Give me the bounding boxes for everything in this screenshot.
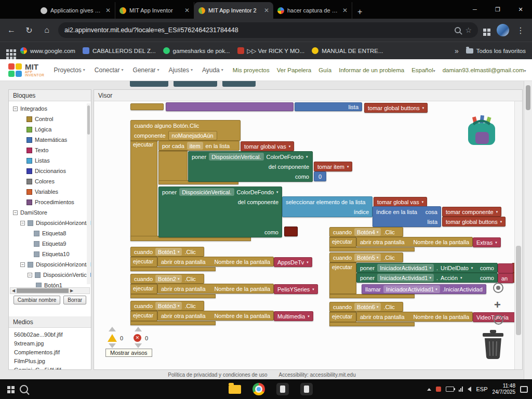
epic-games-icon[interactable] — [300, 383, 313, 395]
taskbar-clock[interactable]: 11:48 24/7/2025 — [493, 383, 516, 396]
dropdown-icon[interactable]: ▾ — [306, 155, 308, 158]
block-set-accion[interactable]: ponerIniciadorActividad1▾.Acción▾como — [356, 273, 498, 283]
block-number-zero[interactable]: 0 — [314, 171, 326, 181]
block-color-value[interactable] — [284, 227, 298, 236]
dropdown-icon[interactable]: ▾ — [429, 266, 431, 270]
block-segment[interactable]: ejecutar — [329, 262, 356, 294]
bookmarks-overflow-icon[interactable]: » — [455, 47, 459, 55]
browser-tab-active[interactable]: MIT App Inventor 2 ✕ — [194, 2, 273, 19]
scrollbar-thumb[interactable] — [526, 85, 530, 110]
component-dropdown[interactable]: Botón1▾ — [155, 248, 182, 256]
block-when-boton2-click[interactable]: cuandoBotón2▾.Clic — [130, 274, 204, 284]
tree-item-integrados[interactable]: −Integrados — [13, 103, 47, 114]
dropdown-icon[interactable]: ▾ — [422, 200, 424, 204]
app-inventor-logo[interactable]: MIT APP INVENTOR — [8, 63, 44, 77]
dropdown-icon[interactable]: ▾ — [308, 314, 310, 318]
tree-item-etiqueta10[interactable]: Etiqueta10 — [34, 249, 70, 259]
dropdown-icon[interactable]: ▾ — [312, 287, 314, 291]
volume-icon[interactable] — [468, 387, 471, 392]
tree-item-control[interactable]: Control — [26, 114, 53, 124]
extensions-icon[interactable] — [483, 29, 486, 32]
block-when-boton5-click[interactable]: cuandoBotón5▾.Clic — [329, 252, 403, 262]
component-dropdown[interactable]: Botón6▾ — [354, 303, 381, 311]
block-text-cut[interactable] — [498, 263, 513, 273]
home-icon[interactable]: ⌂ — [41, 25, 53, 35]
blocks-canvas[interactable]: lista tomar global buttons▾ ejecutar cua… — [94, 101, 522, 369]
block-get-item[interactable]: tomar item▾ — [314, 162, 352, 171]
block-segment[interactable]: ejecutar — [130, 257, 157, 267]
tree-item-texto[interactable]: Texto — [26, 145, 48, 155]
media-file[interactable]: Complementos.jfif — [9, 348, 91, 356]
start-button[interactable] — [7, 386, 10, 389]
block-partial-procedure[interactable] — [166, 102, 294, 111]
apps-grid-icon[interactable] — [6, 49, 9, 52]
notification-center-icon[interactable] — [520, 386, 528, 393]
tree-item-disposicionhorizontal[interactable]: −DisposiciónHorizontal — [20, 218, 91, 228]
dropdown-icon[interactable]: ▾ — [178, 277, 180, 281]
block-open-screen[interactable]: abrir otra pantallaNombre de la pantalla — [356, 312, 473, 322]
accessibility-link[interactable]: Accessibility: accessibility.mit.edu — [279, 372, 356, 378]
block-open-screen[interactable]: abrir otra pantallaNombre de la pantalla — [157, 311, 274, 321]
bookmark-item[interactable]: ▷▷ Ver RICK Y MO... — [237, 47, 305, 55]
block-segment[interactable] — [329, 247, 415, 251]
link-guia[interactable]: Guía — [318, 67, 331, 73]
bookmark-item[interactable]: MANUAL DE ENTRE... — [312, 47, 383, 54]
media-file[interactable]: 9xtream.jpg — [9, 339, 91, 348]
chrome-icon[interactable] — [252, 383, 265, 395]
tray-expand-icon[interactable] — [427, 388, 431, 391]
dropdown-icon[interactable]: ▾ — [289, 144, 291, 148]
block-when-boton6-click[interactable]: cuandoBotón6▾.Clic — [329, 302, 403, 312]
block-when-boton1-click[interactable]: cuandoBotón1▾.Clic — [130, 247, 204, 257]
center-blocks-icon[interactable] — [493, 283, 503, 293]
menu-proyectos[interactable]: Proyectos▾ — [54, 66, 85, 74]
epic-games-icon[interactable] — [276, 383, 289, 395]
keyboard-language[interactable]: ESP — [476, 386, 487, 392]
collapse-icon[interactable]: − — [20, 221, 25, 225]
rename-button[interactable]: Cambiar nombre — [14, 296, 60, 304]
block-screen-name-pelisyseries[interactable]: PelisYSeries▾ — [274, 284, 318, 294]
dropdown-icon[interactable]: ▾ — [377, 256, 379, 259]
scroll-right-icon[interactable]: ▶ — [69, 288, 75, 293]
tree-item-colores[interactable]: Colores — [26, 176, 55, 187]
tree-item-boton1[interactable]: Botón1 — [36, 280, 62, 287]
search-icon[interactable] — [455, 27, 461, 33]
block-screen-name-appsdetv[interactable]: AppsDeTv▾ — [274, 257, 312, 267]
battery-icon[interactable] — [446, 387, 454, 392]
dropdown-icon[interactable]: ▾ — [178, 250, 180, 254]
block-segment[interactable] — [130, 267, 216, 271]
collapse-icon[interactable]: − — [28, 273, 32, 277]
tree-item-matematicas[interactable]: Matemáticas — [26, 135, 67, 145]
menu-generar[interactable]: Generar▾ — [133, 66, 159, 74]
bookmark-star-icon[interactable]: ☆ — [465, 26, 472, 34]
block-get-global-vas[interactable]: tomar global vas▾ — [374, 197, 427, 207]
tab-close-icon[interactable]: ✕ — [105, 7, 111, 14]
dropdown-icon[interactable]: ▾ — [500, 220, 502, 223]
dropdown-icon[interactable]: ▾ — [178, 304, 180, 308]
bookmark-item[interactable]: CABALLEROS DEL Z... — [83, 47, 156, 54]
refresh-icon[interactable]: ↻ — [23, 25, 35, 35]
block-get-global-buttons[interactable]: tomar global buttons▾ — [364, 103, 428, 113]
bookmark-item[interactable]: www.google.com — [20, 47, 75, 54]
block-when-any-button-click[interactable]: cuando alguno Botón.Clic componentenoMan… — [130, 120, 241, 141]
link-informar-problema[interactable]: Informar de un problema — [339, 67, 404, 73]
sidebar-vertical-scrollbar[interactable] — [87, 103, 90, 284]
browser-tab[interactable]: MIT App Inventor ✕ — [115, 2, 194, 19]
collapse-warnings-icon[interactable] — [109, 327, 116, 331]
block-get-global-buttons[interactable]: tomar global buttons▾ — [442, 217, 506, 227]
maximize-button[interactable]: ❐ — [486, 0, 509, 19]
block-segment[interactable]: ejecutar — [329, 312, 356, 322]
dropdown-icon[interactable]: ▾ — [429, 276, 431, 280]
collapse-errors-icon[interactable] — [135, 327, 142, 331]
collapse-icon[interactable]: − — [20, 262, 25, 267]
block-open-screen[interactable]: abrir otra pantallaNombre de la pantalla — [157, 284, 274, 294]
collapse-icon[interactable]: − — [13, 210, 18, 215]
tree-item-damistore[interactable]: −DamiStore — [13, 207, 47, 218]
block-when-boton3-click[interactable]: cuandoBotón3▾.Clic — [130, 301, 204, 311]
block-call-iniciaractividad[interactable]: llamarIniciadorActividad1▾.IniciarActivi… — [362, 284, 486, 294]
expand-errors-icon[interactable] — [135, 343, 142, 348]
block-segment[interactable] — [158, 151, 188, 181]
scroll-left-icon[interactable]: ◀ — [10, 288, 17, 293]
block-segment[interactable] — [329, 294, 415, 298]
dropdown-icon[interactable]: ▾ — [435, 287, 437, 291]
expand-warnings-icon[interactable] — [109, 343, 116, 348]
